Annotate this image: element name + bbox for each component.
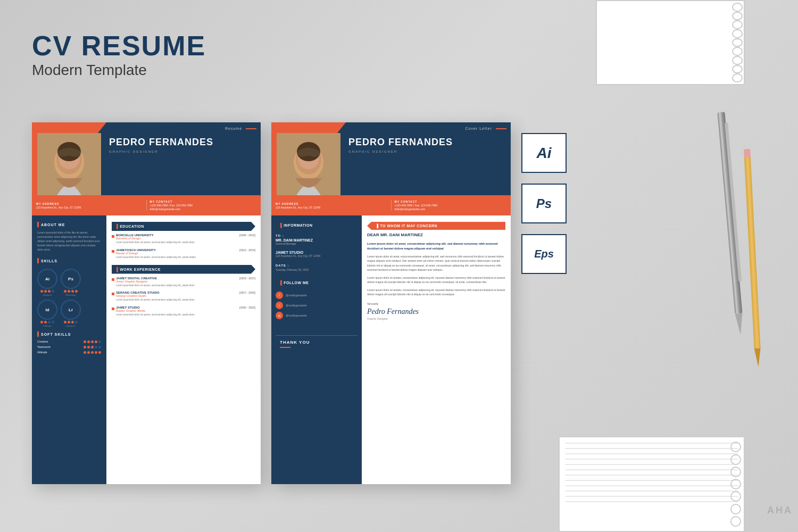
watermark: AHA	[767, 505, 793, 516]
cover-card: Cover Letter PEDRO FERNANDES GRAPHIC DES…	[271, 122, 511, 484]
soft-skill-teamwork: Teamwork	[37, 345, 101, 348]
ai-icon-circle: Ai	[37, 269, 57, 289]
label-dash	[496, 128, 506, 129]
main-title: CV RESUME	[32, 32, 206, 60]
cover-header: Cover Letter PEDRO FERNANDES GRAPHIC DES…	[271, 122, 511, 215]
notebook-spiral	[728, 437, 744, 531]
company-info: JAMET STUDIO 123 Anywhere St., Any City,…	[276, 251, 358, 259]
pencil-eraser	[744, 149, 751, 157]
work-item-3: JAMET STUDIO [2020 - 2022] Baeten Graphi…	[112, 306, 255, 317]
cover-card-label: Cover Letter	[466, 127, 506, 130]
label-dash	[246, 128, 256, 129]
skills-title: SKILLS	[37, 258, 101, 263]
social-icon-1: f	[276, 292, 283, 299]
contact-strip: MY ADDRESS 123 Anywhere St., Any City, S…	[32, 195, 261, 215]
badge-ps: Ps	[521, 184, 567, 223]
about-title: ABOUT ME	[37, 222, 101, 227]
lr-dots	[64, 321, 78, 323]
social-2: t @reallygreatsite	[276, 302, 358, 309]
resume-card: Resume PEDRO FERNANDES GRAPHIC DESIGNER …	[32, 122, 261, 484]
education-section: ▐ EDUCATION BORCELLE UNIVERSITY [2006 - …	[112, 222, 255, 260]
badge-ai-text: Ai	[537, 145, 552, 162]
cover-right-col: ▐ TO WHOM IT MAY CONCERN DEAR MR. DANI M…	[362, 215, 511, 484]
badge-eps-text: Eps	[534, 248, 554, 260]
work-item-1: JAMET DIGITAL CREATIVE [2015 - 2017] Jun…	[112, 277, 255, 288]
to-info: TO : MR. DANI MARTINEZ General Manager	[276, 234, 358, 245]
cover-person-title: GRAPHIC DESIGNER	[348, 150, 505, 153]
signature: Pedro Fernandes	[367, 307, 505, 316]
lr-icon-circle: Lr	[61, 300, 81, 320]
badges-area: Ai Ps Eps	[521, 133, 567, 274]
name-area: PEDRO FERNANDES GRAPHIC DESIGNER	[109, 137, 255, 153]
title-area: CV RESUME Modern Template	[32, 32, 206, 79]
badge-eps: Eps	[521, 234, 567, 274]
soft-skill-attitude: Attitude	[37, 351, 101, 354]
ps-icon-circle: Ps	[61, 269, 81, 289]
pen-tip	[735, 313, 744, 335]
skill-ai: Ai Illustrator	[37, 269, 57, 296]
resume-body: ABOUT ME Lorem ipsumdsd dolor of the lik…	[32, 215, 261, 484]
person-name: PEDRO FERNANDES	[109, 137, 255, 148]
soft-skills-section: SOFT SKILLS Creative Teamwork Attitude	[37, 331, 101, 354]
id-dots	[40, 321, 54, 323]
skill-ps: Ps Photoshop	[61, 269, 81, 296]
title-bar	[37, 222, 39, 227]
work-header: ▐ WORK EXPERIENCE	[112, 265, 255, 274]
work-section: ▐ WORK EXPERIENCE JAMET DIGITAL CREATIVE…	[112, 265, 255, 317]
social-3: ig @reallygreatsite	[276, 312, 358, 319]
sincerely-text: Sincerly	[367, 302, 505, 305]
left-column: ABOUT ME Lorem ipsumdsd dolor of the lik…	[32, 215, 106, 484]
top-notebook-decoration	[596, 0, 745, 85]
id-icon-circle: Id	[37, 300, 57, 320]
cover-person-name: PEDRO FERNANDES	[348, 137, 505, 148]
notebook-lines	[560, 437, 744, 512]
skill-lr: Lr Lightroom	[61, 300, 81, 327]
dear-text: DEAR MR. DANI MARTINEZ	[367, 232, 505, 237]
cover-contact-divider	[391, 200, 392, 211]
soft-skill-creative: Creative	[37, 340, 101, 343]
thank-you-text: THANK YOU	[280, 340, 353, 345]
cover-contact-strip: MY ADDRESS 123 Anywhere St., Any City, S…	[271, 195, 511, 215]
cover-contact-col: MY CONTACT +123-456-7890 / Fax: 123-456-…	[395, 200, 507, 211]
address-col: MY ADDRESS 123 Anywhere St., Any City, S…	[36, 202, 143, 209]
title-bar	[37, 331, 39, 337]
follow-header: ▐ FOLLOW ME	[276, 278, 358, 287]
cover-left-col: ▐ INFORMATION TO : MR. DANI MARTINEZ Gen…	[271, 215, 362, 484]
ai-dots	[40, 290, 54, 293]
badge-ai: Ai	[521, 133, 567, 173]
sig-title: Graphic Designer	[367, 317, 505, 320]
resume-header: Resume PEDRO FERNANDES GRAPHIC DESIGNER …	[32, 122, 261, 215]
person-title: GRAPHIC DESIGNER	[109, 150, 255, 153]
to-whom-header: ▐ TO WHOM IT MAY CONCERN	[367, 222, 505, 230]
cover-para-2: Lorem ipsum dolor sit ametw, consectetua…	[367, 276, 505, 285]
cover-address-col: MY ADDRESS 123 Anywhere St., Any City, S…	[276, 202, 388, 209]
cover-bold-para: Lorem ipsum dolor sit amet, consectetuer…	[367, 242, 505, 251]
thank-you-section: THANK YOU	[276, 335, 358, 352]
cover-name-area: PEDRO FERNANDES GRAPHIC DESIGNER	[348, 137, 505, 153]
cover-body: ▐ INFORMATION TO : MR. DANI MARTINEZ Gen…	[271, 215, 511, 484]
contact-divider	[146, 200, 147, 211]
social-1: f @reallygreatsite	[276, 292, 358, 299]
cover-para-1: Lorem ipsum dolor sit amet, ertyuconsect…	[367, 254, 505, 272]
spiral-decoration	[730, 1, 744, 84]
title-bar	[37, 258, 39, 263]
card-label: Resume	[225, 127, 256, 130]
date-info: DATE : Tuesday, February 25, 2023	[276, 264, 358, 272]
thank-you-bar	[280, 347, 290, 348]
skill-icons-grid: Ai Illustrator Ps Photoshop	[37, 269, 101, 327]
pencil-tip	[754, 348, 762, 367]
work-item-2: SERANG CREATIVE STUDIO [2017 - 2020] Ser…	[112, 291, 255, 302]
edu-item-1: BORCELLE UNIVERSITY [2006 - 2012] Bachel…	[112, 234, 255, 245]
skill-id: Id InDesign	[37, 300, 57, 327]
about-text: Lorem ipsumdsd dolor of the like sit aam…	[37, 230, 101, 252]
education-header: ▐ EDUCATION	[112, 222, 255, 231]
cover-para-3: Lorem ipsum dolor sit ametw, consectetua…	[367, 288, 505, 297]
edu-item-2: JAMETOSCA UNIVERSITY [2012 - 2014] Maste…	[112, 248, 255, 260]
social-icon-3: ig	[276, 312, 283, 319]
bottom-notebook	[559, 436, 745, 532]
info-header: ▐ INFORMATION	[276, 221, 358, 230]
ps-dots	[64, 290, 78, 293]
soft-skills-title: SOFT SKILLS	[37, 331, 101, 337]
sub-title: Modern Template	[32, 62, 206, 79]
social-icon-2: t	[276, 302, 283, 309]
